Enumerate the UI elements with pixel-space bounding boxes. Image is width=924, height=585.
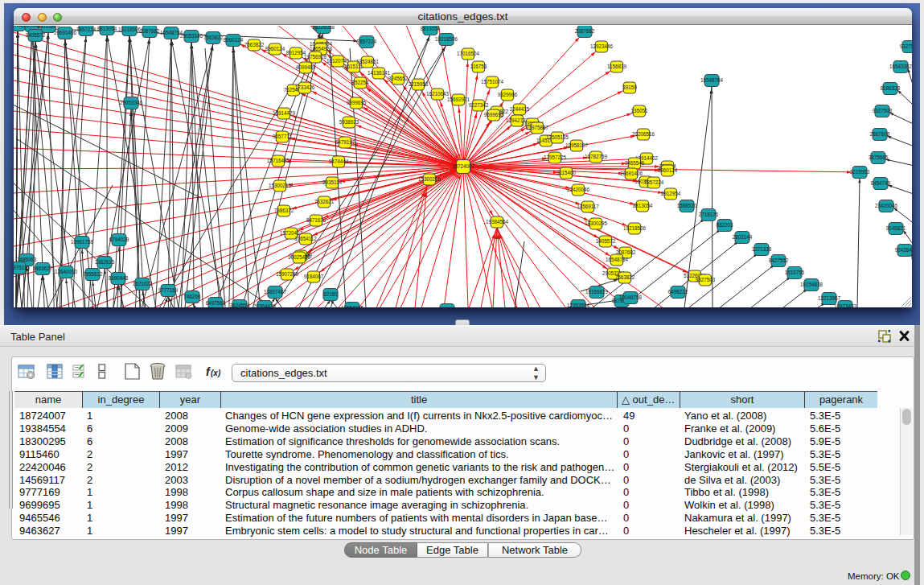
- svg-text:746266: 746266: [183, 294, 201, 299]
- svg-text:16548784: 16548784: [700, 77, 724, 83]
- svg-text:8813054: 8813054: [633, 203, 653, 208]
- svg-text:15751074: 15751074: [481, 79, 504, 84]
- svg-text:2087682: 2087682: [140, 28, 160, 34]
- svg-text:16120746: 16120746: [326, 58, 350, 64]
- svg-text:19166829: 19166829: [585, 289, 609, 295]
- svg-text:252254: 252254: [351, 80, 369, 85]
- svg-text:62160: 62160: [323, 291, 338, 297]
- svg-text:14136141: 14136141: [368, 70, 391, 76]
- svg-text:2087682: 2087682: [575, 28, 595, 34]
- svg-text:19384554: 19384554: [486, 219, 509, 225]
- svg-text:9465546: 9465546: [625, 160, 645, 166]
- svg-text:9327508: 9327508: [873, 108, 893, 113]
- svg-text:10958107: 10958107: [565, 142, 589, 148]
- svg-text:7857224: 7857224: [357, 39, 377, 44]
- svg-text:9184067: 9184067: [304, 274, 324, 279]
- svg-text:19218506: 19218506: [435, 36, 458, 42]
- svg-text:19654925: 19654925: [341, 305, 364, 307]
- svg-text:1405572: 1405572: [26, 32, 46, 38]
- svg-text:20364436: 20364436: [253, 303, 277, 307]
- svg-text:16548784: 16548784: [606, 257, 629, 262]
- svg-text:1156819: 1156819: [607, 64, 627, 69]
- svg-text:3215953: 3215953: [409, 81, 429, 87]
- svg-text:8990448: 8990448: [109, 275, 129, 281]
- svg-text:8960124: 8960124: [658, 167, 678, 173]
- svg-text:19756928: 19756928: [304, 54, 327, 60]
- svg-text:8454749: 8454749: [871, 180, 891, 186]
- svg-text:1405572: 1405572: [596, 238, 616, 244]
- svg-text:9474444: 9474444: [329, 159, 349, 164]
- svg-text:16154838: 16154838: [800, 282, 823, 287]
- svg-text:8471676: 8471676: [306, 217, 326, 223]
- svg-text:882203: 882203: [716, 222, 733, 228]
- svg-text:18724007: 18724007: [452, 163, 475, 169]
- svg-text:9245652: 9245652: [388, 76, 409, 81]
- svg-text:16914479: 16914479: [273, 110, 296, 116]
- svg-text:7563822: 7563822: [244, 42, 265, 47]
- svg-text:12353594: 12353594: [567, 303, 590, 307]
- svg-text:3824554: 3824554: [230, 303, 250, 307]
- svg-text:10025438: 10025438: [288, 254, 311, 260]
- svg-text:13640910: 13640910: [55, 269, 78, 274]
- svg-text:7955812: 7955812: [83, 271, 103, 277]
- svg-text:9777169: 9777169: [158, 287, 179, 293]
- svg-text:15716485: 15716485: [267, 158, 290, 163]
- svg-text:16033809: 16033809: [37, 26, 60, 29]
- svg-text:7986372: 7986372: [274, 208, 294, 213]
- svg-text:8960124: 8960124: [224, 37, 244, 43]
- svg-text:12975115: 12975115: [14, 265, 30, 270]
- svg-text:9146821: 9146821: [886, 225, 906, 231]
- svg-text:116753: 116753: [470, 64, 487, 69]
- svg-text:2867608: 2867608: [870, 131, 890, 137]
- svg-text:(x): (x): [211, 369, 221, 377]
- svg-text:14569117: 14569117: [577, 204, 599, 209]
- svg-text:16210643: 16210643: [426, 91, 450, 97]
- svg-text:6498222: 6498222: [668, 289, 688, 295]
- svg-text:39159: 39159: [622, 84, 637, 90]
- svg-text:10961758: 10961758: [71, 239, 94, 245]
- svg-text:1244415: 1244415: [510, 106, 530, 112]
- svg-text:7632621: 7632621: [314, 199, 335, 204]
- svg-text:15692971: 15692971: [447, 97, 470, 102]
- svg-text:8427552: 8427552: [769, 257, 789, 263]
- svg-text:6497568: 6497568: [206, 300, 226, 306]
- svg-text:7563822: 7563822: [203, 35, 224, 40]
- svg-text:10973493: 10973493: [834, 303, 857, 307]
- svg-text:1362615: 1362615: [95, 259, 115, 265]
- svg-text:23975887: 23975887: [526, 125, 549, 130]
- svg-text:18300295: 18300295: [585, 220, 608, 226]
- svg-text:6479197: 6479197: [335, 139, 355, 145]
- svg-text:8267150: 8267150: [437, 307, 458, 307]
- svg-text:135051: 135051: [630, 108, 648, 113]
- svg-text:8912954: 8912954: [661, 191, 681, 196]
- svg-text:9657771: 9657771: [273, 134, 293, 139]
- svg-text:19218506: 19218506: [118, 27, 142, 32]
- svg-text:12923446: 12923446: [590, 43, 614, 49]
- svg-text:9327503: 9327503: [900, 43, 912, 49]
- svg-text:1221338: 1221338: [752, 246, 772, 252]
- svg-text:3215953: 3215953: [850, 169, 870, 175]
- svg-text:3875685: 3875685: [869, 154, 889, 160]
- svg-text:9242848: 9242848: [895, 247, 912, 253]
- svg-text:1588520: 1588520: [677, 203, 697, 208]
- svg-text:10046758: 10046758: [619, 295, 643, 300]
- svg-text:7563822: 7563822: [615, 274, 635, 280]
- svg-text:8813054: 8813054: [421, 26, 441, 31]
- svg-text:10807487: 10807487: [264, 289, 287, 295]
- svg-text:23420046: 23420046: [875, 203, 898, 208]
- svg-text:9899695: 9899695: [347, 100, 367, 105]
- svg-text:12505135: 12505135: [546, 134, 569, 140]
- svg-text:9329966: 9329966: [498, 92, 518, 97]
- svg-text:1610755: 1610755: [785, 270, 805, 275]
- svg-text:17957225: 17957225: [544, 154, 567, 160]
- svg-text:9463627: 9463627: [33, 266, 53, 271]
- svg-text:2718126: 2718126: [699, 212, 719, 217]
- svg-text:8186328: 8186328: [881, 85, 901, 91]
- svg-text:1621022: 1621022: [133, 281, 153, 286]
- svg-text:16543382: 16543382: [889, 64, 912, 69]
- svg-text:19218506: 19218506: [623, 225, 647, 231]
- svg-text:15300215: 15300215: [269, 183, 292, 188]
- svg-text:5938923: 5938923: [339, 119, 359, 125]
- svg-text:8960124: 8960124: [265, 46, 285, 51]
- svg-text:4099489: 4099489: [296, 64, 316, 70]
